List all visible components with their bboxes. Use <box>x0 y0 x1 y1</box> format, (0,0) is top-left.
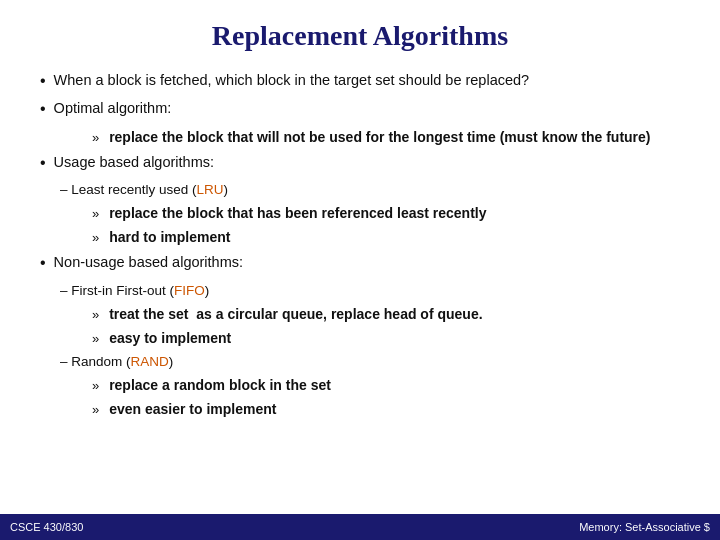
lru-sub-1: » replace the block that has been refere… <box>92 203 680 224</box>
lru-dash: – Least recently used (LRU) <box>60 180 680 200</box>
lru-sub-1-text: replace the block that has been referenc… <box>109 205 486 221</box>
rand-sub-1-text: replace a random block in the set <box>109 377 331 393</box>
bullet-1: • When a block is fetched, which block i… <box>40 70 680 92</box>
lru-sub-2-text: hard to implement <box>109 229 230 245</box>
arrow-icon-2: » <box>92 206 99 221</box>
arrow-icon-1: » <box>92 130 99 145</box>
fifo-sub-2: » easy to implement <box>92 328 680 349</box>
fifo-sub-1: » treat the set as a circular queue, rep… <box>92 304 680 325</box>
arrow-icon-3: » <box>92 230 99 245</box>
fifo-dash: – First-in First-out (FIFO) <box>60 281 680 301</box>
rand-sub-1: » replace a random block in the set <box>92 375 680 396</box>
footer-left: CSCE 430/830 <box>10 521 83 533</box>
rand-dash: – Random (RAND) <box>60 352 680 372</box>
bullet-3-text: Usage based algorithms: <box>54 152 214 174</box>
bullet-dot-1: • <box>40 70 46 92</box>
bullet-dot-2: • <box>40 98 46 120</box>
arrow-icon-7: » <box>92 402 99 417</box>
footer-right: Memory: Set-Associative $ <box>579 521 710 533</box>
rand-sub-2-text: even easier to implement <box>109 401 276 417</box>
bullet-1-text: When a block is fetched, which block in … <box>54 70 530 92</box>
bullet-dot-3: • <box>40 152 46 174</box>
optimal-sub-1: » replace the block that will not be use… <box>92 127 680 148</box>
arrow-icon-4: » <box>92 307 99 322</box>
bullet-4-text: Non-usage based algorithms: <box>54 252 243 274</box>
bullet-dot-4: • <box>40 252 46 274</box>
optimal-sub-text: replace the block that will not be used … <box>109 129 650 145</box>
bullet-2-text: Optimal algorithm: <box>54 98 172 120</box>
arrow-icon-6: » <box>92 378 99 393</box>
bullet-2: • Optimal algorithm: <box>40 98 680 120</box>
slide-title: Replacement Algorithms <box>40 20 680 52</box>
lru-sub-2: » hard to implement <box>92 227 680 248</box>
rand-sub-2: » even easier to implement <box>92 399 680 420</box>
bottom-bar: CSCE 430/830 Memory: Set-Associative $ <box>0 514 720 540</box>
lru-label: LRU <box>197 182 224 197</box>
bullet-4: • Non-usage based algorithms: <box>40 252 680 274</box>
rand-label: RAND <box>131 354 169 369</box>
arrow-icon-5: » <box>92 331 99 346</box>
fifo-label: FIFO <box>174 283 205 298</box>
bullet-3: • Usage based algorithms: <box>40 152 680 174</box>
fifo-sub-1-text: treat the set as a circular queue, repla… <box>109 306 482 322</box>
fifo-sub-2-text: easy to implement <box>109 330 231 346</box>
slide-content: • When a block is fetched, which block i… <box>40 70 680 500</box>
